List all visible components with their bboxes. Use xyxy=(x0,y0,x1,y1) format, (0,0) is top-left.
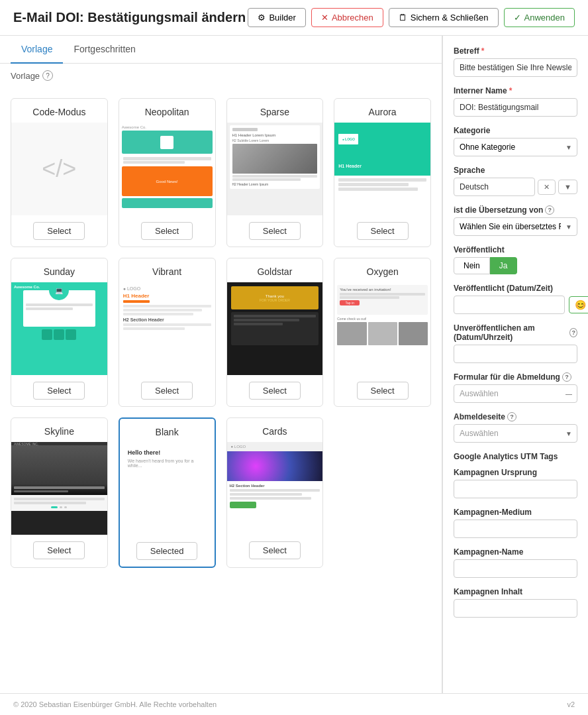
unveroeffentlichen-label: Unveröffentlichen am (Datum/Uhrzeit) ? xyxy=(454,323,577,342)
select-button-oxygen[interactable]: Select xyxy=(357,382,409,400)
interner-name-group: Interner Name * xyxy=(454,86,577,117)
cancel-button[interactable]: ✕ Abbrechen xyxy=(311,8,383,27)
select-button-sunday[interactable]: Select xyxy=(33,382,85,400)
kategorie-select[interactable]: Ohne Kategorie xyxy=(454,138,577,156)
template-card-oxygen: Oxygen You've received an invitation! Ta… xyxy=(334,258,431,407)
ja-button[interactable]: Ja xyxy=(490,257,518,274)
kategorie-label: Kategorie xyxy=(454,126,577,135)
template-preview-code-modus: </> xyxy=(11,123,107,215)
tab-vorlage[interactable]: Vorlage xyxy=(11,36,63,64)
select-button-neopolitan[interactable]: Select xyxy=(141,222,193,240)
kampagnen-inhalt-input[interactable] xyxy=(454,599,577,618)
abmeldeseite-help-icon[interactable]: ? xyxy=(507,412,516,421)
select-button-skyline[interactable]: Select xyxy=(33,541,85,559)
select-button-sparse[interactable]: Select xyxy=(249,222,301,240)
kampagnen-ursprung-label: Kampagnen Ursprung xyxy=(454,468,577,477)
kampagnen-medium-group: Kampagnen-Medium xyxy=(454,508,577,538)
template-title-neopolitan: Neopolitan xyxy=(119,99,215,123)
kampagnen-ursprung-input[interactable] xyxy=(454,480,577,498)
ubersetzung-help-icon[interactable]: ? xyxy=(545,205,554,215)
right-panel: Betreff * Interner Name * Kategorie xyxy=(442,36,588,693)
veroeff-datum-input[interactable] xyxy=(454,296,565,314)
builder-button[interactable]: ⚙ Builder xyxy=(248,8,305,27)
template-title-code-modus: Code-Modus xyxy=(11,99,107,123)
formular-group: Formular für die Abmeldung ? Auswählen — xyxy=(454,372,577,403)
kampagnen-inhalt-group: Kampagnen Inhalt xyxy=(454,587,577,618)
template-preview-cards: ● LOGO H2 Section Header xyxy=(227,442,323,535)
apply-icon: ✓ xyxy=(514,13,521,23)
betreff-input[interactable] xyxy=(454,58,577,77)
template-title-skyline: Skyline xyxy=(11,418,107,442)
formular-help-icon[interactable]: ? xyxy=(562,372,571,382)
header-actions: ⚙ Builder ✕ Abbrechen 🗒 Sichern & Schlie… xyxy=(248,8,575,27)
kampagnen-name-group: Kampagnen-Name xyxy=(454,547,577,578)
unveroeffentlichen-help-icon[interactable]: ? xyxy=(569,328,577,337)
formular-select-wrapper: Auswählen — xyxy=(454,384,577,403)
interner-name-label: Interner Name * xyxy=(454,86,577,95)
nein-button[interactable]: Nein xyxy=(454,257,490,274)
template-preview-skyline: AWESOME INC. xyxy=(11,442,107,535)
template-card-sunday: Sunday Awesome Co. 💻 xyxy=(11,258,108,407)
template-preview-aurora: ● LOGO H1 Header xyxy=(334,123,430,215)
veroeff-datum-group: Veröffentlicht (Datum/Zeit) 😊 xyxy=(454,284,577,314)
veroeffentlicht-toggle: Nein Ja xyxy=(454,257,577,274)
template-grid: Code-Modus </> Select Neopolitan Awesome… xyxy=(0,87,442,578)
sprache-label: Sprache xyxy=(454,166,577,175)
abmeldeseite-group: Abmeldeseite ? Auswählen ▼ xyxy=(454,412,577,443)
select-button-vibrant[interactable]: Select xyxy=(141,382,193,400)
save-icon: 🗒 xyxy=(399,13,407,23)
tab-fortgeschritten[interactable]: Fortgeschritten xyxy=(63,36,146,64)
template-card-goldstar: Goldstar Thank you FOR YOUR ORDER xyxy=(226,258,324,407)
cancel-icon: ✕ xyxy=(321,13,328,23)
builder-icon: ⚙ xyxy=(258,13,266,23)
template-preview-blank: Hello there! We haven't heard from you f… xyxy=(120,443,215,535)
template-card-aurora: Aurora ● LOGO H1 Header xyxy=(334,98,431,247)
template-card-code-modus: Code-Modus </> Select xyxy=(11,98,108,247)
template-title-vibrant: Vibrant xyxy=(119,258,215,282)
template-preview-vibrant: ● LOGO H1 Header H2 Section Header xyxy=(119,282,215,375)
kampagnen-medium-input[interactable] xyxy=(454,520,577,538)
abmeldeseite-select-wrapper: Auswählen ▼ xyxy=(454,424,577,443)
template-title-blank: Blank xyxy=(120,419,215,443)
emoji-button[interactable]: 😊 xyxy=(569,296,588,313)
code-brackets-icon: </> xyxy=(42,155,76,183)
veroeff-datum-label: Veröffentlicht (Datum/Zeit) xyxy=(454,284,577,293)
kampagnen-name-input[interactable] xyxy=(454,559,577,578)
template-title-sunday: Sunday xyxy=(11,258,107,282)
template-card-sparse: Sparse H1 Header Lorem Ipsum H2 Subtitle… xyxy=(226,98,324,247)
select-button-cards[interactable]: Select xyxy=(249,541,301,559)
selected-button-blank[interactable]: Selected xyxy=(136,542,198,560)
template-preview-goldstar: Thank you FOR YOUR ORDER xyxy=(227,282,323,375)
template-title-oxygen: Oxygen xyxy=(334,258,430,282)
template-title-goldstar: Goldstar xyxy=(227,258,323,282)
template-card-neopolitan: Neopolitan Awesome Co. Good News! Select xyxy=(119,98,216,247)
abmeldeseite-label: Abmeldeseite ? xyxy=(454,412,577,421)
interner-name-input[interactable] xyxy=(454,98,577,117)
formular-select[interactable]: Auswählen xyxy=(454,384,577,403)
kampagnen-medium-label: Kampagnen-Medium xyxy=(454,508,577,517)
cancel-label: Abbrechen xyxy=(332,13,373,23)
select-button-aurora[interactable]: Select xyxy=(357,222,409,240)
sprache-select-wrapper: ✕ ▼ xyxy=(454,178,577,196)
sprache-group: Sprache ✕ ▼ xyxy=(454,166,577,196)
vorlage-help-icon[interactable]: ? xyxy=(42,70,53,81)
utm-section-title: Google Analytics UTM Tags xyxy=(454,452,577,461)
ubersetzung-select[interactable]: Wählen Sie ein übersetztes Fel... xyxy=(454,217,577,236)
template-preview-neopolitan: Awesome Co. Good News! xyxy=(119,123,215,215)
apply-button[interactable]: ✓ Anwenden xyxy=(504,8,575,27)
kampagnen-inhalt-label: Kampagnen Inhalt xyxy=(454,587,577,596)
sprache-clear-button[interactable]: ✕ xyxy=(538,180,556,195)
footer-copyright: © 2020 Sebastian Eisenbürger GmbH. Alle … xyxy=(13,700,217,708)
ubersetzung-group: ist die Übersetzung von ? Wählen Sie ein… xyxy=(454,205,577,236)
footer-version: v2 xyxy=(567,700,575,708)
save-label: Sichern & Schließen xyxy=(411,13,489,23)
template-card-vibrant: Vibrant ● LOGO H1 Header H2 Section Head… xyxy=(119,258,216,407)
select-button-goldstar[interactable]: Select xyxy=(249,382,301,400)
save-button[interactable]: 🗒 Sichern & Schließen xyxy=(389,8,499,27)
unveroeffentlichen-input[interactable] xyxy=(454,345,577,363)
sprache-input[interactable] xyxy=(454,178,535,196)
abmeldeseite-select[interactable]: Auswählen xyxy=(454,424,577,443)
unveroeffentlichen-group: Unveröffentlichen am (Datum/Uhrzeit) ? xyxy=(454,323,577,363)
sprache-dropdown-button[interactable]: ▼ xyxy=(558,180,577,194)
select-button-code-modus[interactable]: Select xyxy=(33,222,85,240)
